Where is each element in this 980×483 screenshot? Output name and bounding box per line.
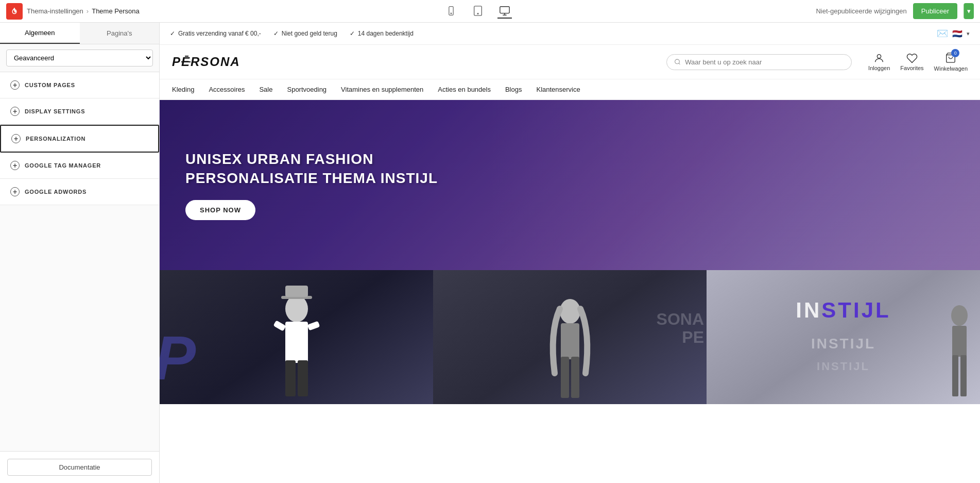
sidebar-item-custom-pages[interactable]: + CUSTOM PAGES bbox=[0, 72, 159, 98]
nav-klantenservice[interactable]: Klantenservice bbox=[536, 86, 580, 93]
announcement-bar: ✓ Gratis verzending vanaf € 00,- ✓ Niet … bbox=[160, 23, 980, 45]
hero-section: UNISEX URBAN FASHION PERSONALISATIE THEM… bbox=[160, 100, 980, 270]
figure-2 bbox=[534, 291, 606, 404]
tablet-device-btn[interactable] bbox=[471, 4, 485, 19]
svg-rect-22 bbox=[952, 355, 958, 396]
nav-accessoires[interactable]: Accessoires bbox=[209, 86, 245, 93]
publish-dropdown-button[interactable]: ▾ bbox=[964, 3, 974, 19]
svg-rect-23 bbox=[960, 355, 967, 396]
product-card-3[interactable]: INSTIJL INSTIJL INSTIJL bbox=[707, 270, 980, 404]
store-header: ✓ Gratis verzending vanaf € 00,- ✓ Niet … bbox=[160, 23, 980, 100]
check-icon-3: ✓ bbox=[350, 30, 355, 37]
favorites-label: Favorites bbox=[900, 65, 923, 71]
svg-rect-19 bbox=[571, 357, 579, 398]
announcement-item-3: ✓ 14 dagen bedenktijd bbox=[350, 30, 414, 37]
sidebar-item-google-tag-manager[interactable]: + GOOGLE TAG MANAGER bbox=[0, 153, 159, 179]
announcement-items: ✓ Gratis verzending vanaf € 00,- ✓ Niet … bbox=[170, 30, 414, 37]
sidebar-item-label-personalization: PERSONALIZATION bbox=[26, 136, 85, 142]
sidebar-menu: + CUSTOM PAGES + DISPLAY SETTINGS + PERS… bbox=[0, 72, 159, 451]
tab-general[interactable]: Algemeen bbox=[0, 23, 80, 44]
svg-point-6 bbox=[878, 55, 881, 58]
login-label: Inloggen bbox=[868, 65, 890, 71]
app-logo[interactable] bbox=[6, 3, 23, 20]
svg-rect-12 bbox=[285, 360, 296, 396]
check-icon-2: ✓ bbox=[273, 30, 279, 37]
mobile-device-btn[interactable] bbox=[444, 4, 458, 19]
svg-rect-15 bbox=[307, 321, 320, 331]
sidebar-item-personalization[interactable]: + PERSONALIZATION bbox=[0, 125, 159, 153]
announcement-text-3: 14 dagen bedenktijd bbox=[358, 30, 414, 37]
breadcrumb-parent[interactable]: Thema-instellingen bbox=[27, 7, 83, 15]
svg-rect-13 bbox=[298, 360, 308, 396]
search-bar[interactable] bbox=[666, 54, 852, 70]
dropdown-icon: ▾ bbox=[967, 30, 970, 37]
check-icon-1: ✓ bbox=[170, 30, 175, 37]
plus-icon-personalization: + bbox=[11, 134, 21, 143]
main-layout: Algemeen Pagina's Geavanceerd + CUSTOM P… bbox=[0, 23, 980, 483]
sidebar-footer: Documentatie bbox=[0, 451, 159, 483]
breadcrumb-separator: › bbox=[87, 7, 89, 15]
store-logo: PĒRSONA bbox=[172, 55, 240, 69]
product-card-1[interactable]: P bbox=[160, 270, 433, 404]
sidebar-item-google-adwords[interactable]: + GOOGLE ADWORDS bbox=[0, 179, 159, 205]
store-nav-bar: PĒRSONA Inloggen bbox=[160, 45, 980, 79]
main-nav: Kleding Accessoires Sale Sportvoeding Vi… bbox=[160, 79, 980, 100]
svg-point-8 bbox=[285, 295, 308, 322]
svg-point-16 bbox=[560, 299, 580, 324]
nav-blogs[interactable]: Blogs bbox=[505, 86, 522, 93]
announcement-item-1: ✓ Gratis verzending vanaf € 00,- bbox=[170, 30, 261, 37]
device-switcher bbox=[144, 4, 812, 19]
product-card-2[interactable]: SONAPE bbox=[433, 270, 707, 404]
figure-1 bbox=[255, 280, 338, 404]
tab-pages[interactable]: Pagina's bbox=[80, 23, 160, 44]
hero-title: UNISEX URBAN FASHION PERSONALISATIE THEM… bbox=[185, 150, 438, 188]
desktop-device-btn[interactable] bbox=[497, 4, 512, 19]
sidebar-item-display-settings[interactable]: + DISPLAY SETTINGS bbox=[0, 98, 159, 125]
flag-icon: 🇳🇱 bbox=[952, 29, 962, 39]
cart-count-badge: 0 bbox=[951, 49, 959, 57]
documentation-button[interactable]: Documentatie bbox=[7, 459, 152, 476]
advanced-select[interactable]: Geavanceerd bbox=[6, 49, 153, 66]
top-bar-right: Niet-gepubliceerde wijzigingen Publiceer… bbox=[816, 3, 974, 19]
hero-cta-button[interactable]: SHOP NOW bbox=[185, 200, 255, 220]
svg-rect-11 bbox=[285, 322, 308, 363]
announcement-text-2: Niet goed geld terug bbox=[282, 30, 337, 37]
nav-sportvoeding[interactable]: Sportvoeding bbox=[287, 86, 326, 93]
fire-icon bbox=[10, 7, 19, 16]
sidebar-item-label-custom-pages: CUSTOM PAGES bbox=[25, 82, 75, 88]
cart-label: Winkelwagen bbox=[934, 65, 968, 72]
plus-icon-google-adwords: + bbox=[10, 187, 20, 196]
publish-button[interactable]: Publiceer bbox=[913, 3, 957, 19]
sidebar-select-wrapper: Geavanceerd bbox=[0, 44, 159, 72]
nav-acties[interactable]: Acties en bundels bbox=[438, 86, 491, 93]
announcement-item-2: ✓ Niet goed geld terug bbox=[273, 30, 337, 37]
plus-icon-google-tag-manager: + bbox=[10, 161, 20, 170]
figure-3 bbox=[939, 301, 980, 404]
hero-title-line1: UNISEX URBAN FASHION bbox=[185, 150, 438, 169]
cart-icon-item[interactable]: 0 Winkelwagen bbox=[934, 52, 968, 72]
sidebar-tabs: Algemeen Pagina's bbox=[0, 23, 159, 44]
heart-icon bbox=[906, 53, 918, 64]
svg-point-20 bbox=[951, 305, 968, 326]
search-icon bbox=[674, 58, 681, 65]
login-icon-item[interactable]: Inloggen bbox=[868, 53, 890, 71]
user-icon bbox=[873, 53, 885, 64]
search-input[interactable] bbox=[685, 58, 844, 66]
hero-title-line2: PERSONALISATIE THEMA INSTIJL bbox=[185, 169, 438, 188]
sidebar-item-label-google-adwords: GOOGLE ADWORDS bbox=[25, 189, 87, 195]
breadcrumb-current: Theme Persona bbox=[92, 7, 140, 15]
nav-sale[interactable]: Sale bbox=[259, 86, 272, 93]
sidebar: Algemeen Pagina's Geavanceerd + CUSTOM P… bbox=[0, 23, 160, 483]
nav-kleding[interactable]: Kleding bbox=[172, 86, 194, 93]
product-grid: P bbox=[160, 270, 980, 404]
svg-point-1 bbox=[451, 13, 452, 14]
svg-rect-21 bbox=[952, 326, 967, 357]
svg-rect-4 bbox=[500, 6, 509, 13]
favorites-icon-item[interactable]: Favorites bbox=[900, 53, 923, 71]
unpublished-label: Niet-gepubliceerde wijzigingen bbox=[816, 7, 906, 15]
plus-icon-display-settings: + bbox=[10, 107, 20, 116]
nav-vitamines[interactable]: Vitamines en supplementen bbox=[341, 86, 423, 93]
svg-rect-18 bbox=[561, 357, 569, 398]
preview-area: ✓ Gratis verzending vanaf € 00,- ✓ Niet … bbox=[160, 23, 980, 483]
announcement-text-1: Gratis verzending vanaf € 00,- bbox=[178, 30, 261, 37]
